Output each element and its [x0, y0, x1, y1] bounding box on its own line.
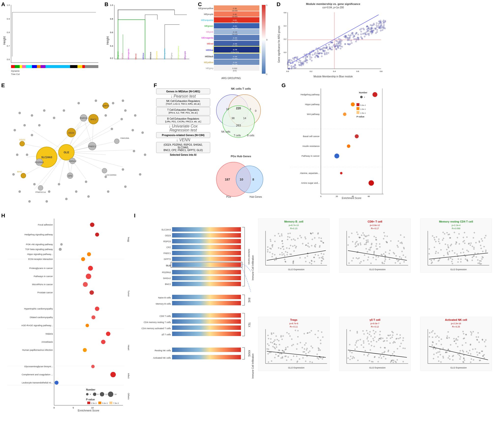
svg-text:1.5e-1: 1.5e-1 — [360, 112, 366, 114]
svg-point-479 — [124, 185, 127, 188]
svg-point-198 — [334, 44, 335, 45]
svg-text:MEpink: MEpink — [206, 31, 214, 33]
svg-text:PGs: PGs — [226, 196, 231, 198]
svg-text:FNDC1: FNDC1 — [163, 252, 171, 254]
svg-text:NK cells   T cells: NK cells T cells — [231, 87, 251, 90]
svg-point-273 — [376, 31, 378, 33]
svg-point-141 — [304, 54, 305, 55]
svg-text:0.38: 0.38 — [233, 7, 237, 10]
svg-text:MEturquoise: MEturquoise — [163, 48, 166, 59]
svg-text:60: 60 — [368, 195, 370, 197]
svg-text:2.5e-3: 2.5e-3 — [91, 402, 97, 404]
svg-point-395 — [337, 41, 338, 42]
svg-point-320 — [305, 56, 306, 57]
svg-rect-1339 — [420, 317, 492, 371]
svg-point-458 — [111, 128, 113, 130]
svg-point-165 — [331, 46, 333, 48]
svg-text:Proteoglycans in cancer: Proteoglycans in cancer — [29, 267, 53, 269]
svg-point-449 — [48, 190, 50, 193]
svg-text:GLI2 Expression: GLI2 Expression — [450, 268, 467, 271]
svg-rect-680 — [172, 319, 241, 324]
svg-point-191 — [356, 41, 357, 42]
svg-point-156 — [375, 32, 377, 34]
svg-text:PPAPDC1A: PPAPDC1A — [35, 191, 46, 193]
svg-point-113 — [292, 58, 294, 59]
svg-point-169 — [367, 33, 368, 35]
svg-text:187: 187 — [225, 178, 230, 181]
svg-text:Selected Genes: Selected Genes — [248, 249, 250, 265]
svg-point-189 — [382, 29, 383, 31]
svg-text:γδ T cell: γδ T cell — [370, 318, 380, 321]
svg-point-631 — [93, 393, 96, 396]
svg-text:Immune Cell Infiltration: Immune Cell Infiltration — [252, 353, 254, 379]
svg-point-481 — [144, 154, 146, 156]
svg-rect-638 — [87, 402, 90, 404]
svg-point-467 — [31, 114, 33, 117]
svg-text:0.63: 0.63 — [233, 19, 237, 21]
svg-point-451 — [75, 190, 77, 193]
svg-text:12: 12 — [105, 393, 107, 395]
svg-rect-569 — [356, 111, 359, 114]
svg-point-466 — [43, 109, 45, 112]
svg-text:GFPT2: GFPT2 — [102, 105, 109, 107]
svg-text:SLC24A3: SLC24A3 — [41, 156, 52, 159]
svg-point-224 — [317, 51, 318, 52]
svg-text:ODZ3: ODZ3 — [19, 139, 25, 141]
svg-point-385 — [288, 60, 290, 61]
svg-text:5: 5 — [73, 407, 74, 409]
svg-text:PGs    Hub Genes: PGs Hub Genes — [231, 155, 251, 158]
svg-text:Pathway in cancer: Pathway in cancer — [301, 155, 320, 157]
svg-point-314 — [360, 36, 362, 38]
svg-text:0.0: 0.0 — [286, 70, 289, 72]
svg-point-452 — [85, 181, 87, 183]
svg-point-298 — [355, 33, 356, 35]
svg-rect-684 — [172, 332, 241, 336]
svg-point-182 — [364, 33, 365, 34]
svg-text:0: 0 — [255, 109, 256, 112]
svg-text:MEmagenta: MEmagenta — [127, 49, 130, 59]
svg-text:Insulin resistance: Insulin resistance — [302, 145, 320, 147]
svg-point-478 — [107, 190, 109, 193]
svg-text:98: 98 — [232, 117, 235, 120]
svg-point-471 — [16, 154, 18, 156]
svg-text:(3.0e-313): (3.0e-313) — [231, 51, 239, 53]
svg-text:1.0e-1: 1.0e-1 — [360, 108, 366, 110]
svg-text:MEblue: MEblue — [142, 53, 144, 59]
svg-point-398 — [378, 23, 379, 24]
svg-rect-15 — [41, 65, 45, 68]
svg-rect-13 — [32, 65, 37, 68]
svg-point-359 — [349, 39, 350, 41]
svg-point-161 — [338, 38, 340, 39]
svg-text:Hedgehog signaling pathway: Hedgehog signaling pathway — [24, 233, 53, 236]
svg-point-621 — [83, 348, 87, 352]
svg-rect-19 — [82, 65, 85, 68]
svg-text:Human papillomavirus infection: Human papillomavirus infection — [22, 349, 53, 351]
svg-point-635 — [108, 392, 113, 397]
svg-text:8: 8 — [97, 393, 99, 395]
svg-text:γδ T cells: γδ T cells — [162, 333, 171, 336]
svg-rect-20 — [85, 65, 98, 68]
svg-point-461 — [112, 102, 114, 104]
svg-point-509 — [38, 185, 43, 190]
svg-text:MEyellow: MEyellow — [156, 51, 158, 59]
svg-text:Hippo pathway: Hippo pathway — [305, 103, 320, 106]
svg-text:Memory B_cell: Memory B_cell — [284, 220, 303, 223]
flowbox-b: B Cell Exhaustion Regulators[LIRs, PD1, … — [156, 116, 210, 124]
svg-point-468 — [23, 124, 26, 127]
svg-point-311 — [315, 52, 316, 54]
panel-f-label: F — [154, 82, 157, 89]
svg-text:0.40: 0.40 — [233, 13, 237, 15]
svg-point-513 — [102, 168, 107, 173]
svg-text:CD4 memory resting T cells: CD4 memory resting T cells — [144, 321, 171, 324]
svg-point-307 — [353, 37, 354, 38]
svg-text:-1: -1 — [266, 73, 267, 75]
svg-text:p=2.2e-4: p=2.2e-4 — [452, 224, 460, 226]
svg-point-561 — [369, 180, 374, 186]
svg-point-368 — [295, 57, 296, 58]
flowbox-nk: NK Cell Exhaustion Regulators[TIGIT, LAG… — [156, 98, 210, 107]
panel-b: B Height 1.0 0.8 0.6 0.4 0.2 MEgreen MEp… — [103, 0, 197, 81]
svg-rect-645 — [172, 227, 241, 232]
svg-text:0.2: 0.2 — [284, 38, 287, 40]
svg-text:Heart: Heart — [127, 345, 130, 351]
svg-point-360 — [294, 64, 296, 65]
